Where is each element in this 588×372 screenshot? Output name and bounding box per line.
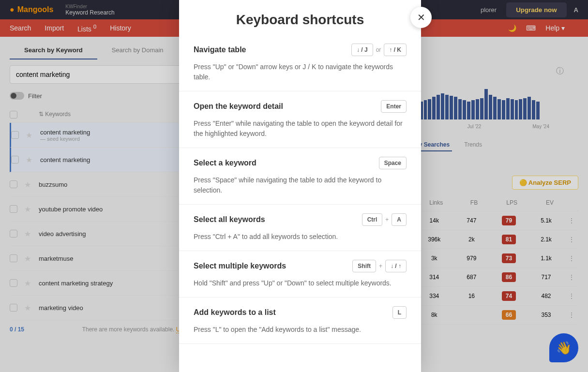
shortcut-description: Press "Ctrl + A" to add all keywords to … <box>194 232 407 242</box>
key-separator: or <box>376 46 381 53</box>
keyboard-key: A <box>392 213 407 226</box>
shortcut-description: Press "Space" while navigating the table… <box>194 175 407 195</box>
shortcut-title: Add keywords to a list <box>194 308 276 317</box>
key-separator: + <box>385 216 389 223</box>
keyboard-key: Shift <box>352 260 376 272</box>
close-icon[interactable]: ✕ <box>410 7 432 28</box>
shortcuts-modal: Keyboard shortcuts Navigate table ↓ / Jo… <box>179 0 421 372</box>
shortcut-title: Select multiple keywords <box>194 262 286 270</box>
keyboard-key: Space <box>379 157 407 169</box>
shortcut-title: Open the keyword detail <box>194 102 283 111</box>
shortcut-title: Navigate table <box>194 45 246 54</box>
shortcut-description: Press "L" to open the "Add keywords to a… <box>194 325 407 335</box>
keyboard-key: Ctrl <box>362 213 383 226</box>
keyboard-key: Enter <box>381 100 407 113</box>
shortcut-description: Press "Up" or "Down" arrow keys or J / K… <box>194 62 407 82</box>
shortcut-section: Add keywords to a list L Press "L" to op… <box>179 298 421 344</box>
shortcut-section: Select multiple keywords Shift+↓ / ↑ Hol… <box>179 251 421 298</box>
shortcut-section: Open the keyword detail Enter Press "Ent… <box>179 91 421 148</box>
keyboard-key: L <box>392 306 407 319</box>
key-separator: + <box>379 263 382 269</box>
shortcut-section: Select all keywords Ctrl+A Press "Ctrl +… <box>179 205 421 251</box>
keyboard-key: ↓ / J <box>351 44 373 56</box>
shortcut-section: Select a keyword Space Press "Space" whi… <box>179 148 421 205</box>
shortcut-description: Hold "Shift" and press "Up" or "Down" to… <box>194 278 407 288</box>
keyboard-key: ↑ / K <box>384 44 407 56</box>
shortcut-title: Select a keyword <box>194 159 256 167</box>
modal-title: Keyboard shortcuts <box>179 0 421 35</box>
shortcut-section: Navigate table ↓ / Jor↑ / K Press "Up" o… <box>179 35 421 91</box>
keyboard-key: ↓ / ↑ <box>385 260 407 272</box>
shortcut-title: Select all keywords <box>194 215 265 224</box>
shortcut-description: Press "Enter" while navigating the table… <box>194 119 407 139</box>
